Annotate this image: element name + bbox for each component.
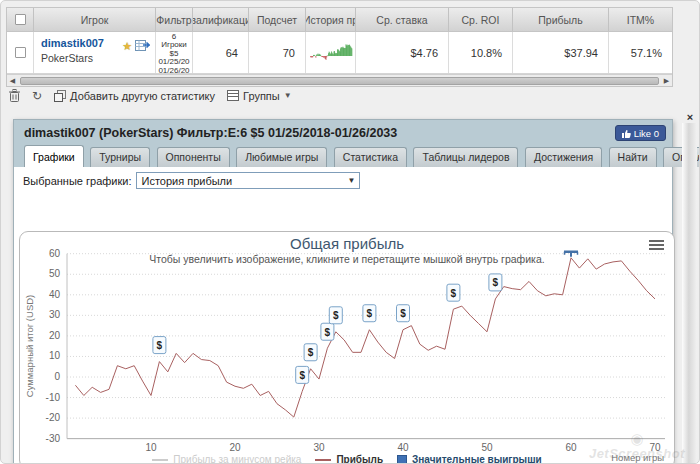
legend-label-significant-wins: Значительные выигрыши [412,454,542,464]
profit-chart[interactable]: Общая прибыль Чтобы увеличить изображени… [19,231,675,464]
thumbs-up-icon [622,129,631,138]
tab-opponents[interactable]: Оппоненты [157,147,230,167]
tab-graphs[interactable]: Графики [24,145,84,167]
chart-menu-icon[interactable] [649,238,664,252]
row-checkbox-cell [7,32,34,73]
tab-favorite-games[interactable]: Любимые игры [236,147,327,167]
scroll-left-arrow-icon[interactable]: ◀ [7,76,18,86]
svg-text:$: $ [299,370,305,381]
svg-text:-10: -10 [46,392,61,403]
app-window: Игрок Фильтр Квалификации Подсчет Истори… [0,0,700,464]
panel-title: dimastik007 (PokerStars) Фильтр:E:6 $5 0… [14,126,397,140]
player-detail-panel: dimastik007 (PokerStars) Фильтр:E:6 $5 0… [13,119,673,464]
svg-text:$: $ [400,308,406,319]
add-statistic-label: Добавить другую статистику [70,90,215,102]
tab-tournaments[interactable]: Турниры [90,147,150,167]
table-row[interactable]: dimastik007 PokerStars ★ 6Игроки$501/25/… [7,32,672,74]
tab-leaderboards[interactable]: Таблицы лидеров [413,147,518,167]
legend-item-significant-wins[interactable]: Значительные выигрыши [397,454,542,464]
add-statistic-button[interactable]: Добавить другую статистику [54,90,215,102]
legend-dash-icon [152,459,168,461]
profit-sparkline [309,42,353,64]
row-checkbox[interactable] [15,47,26,58]
trash-icon [9,89,20,102]
column-header-qualifications[interactable]: Квалификации [193,8,249,31]
svg-text:$: $ [451,288,457,299]
add-statistic-icon [54,90,66,102]
count-cell: 70 [249,32,306,73]
svg-text:30: 30 [313,442,325,453]
legend-label-profit: Прибыль [336,454,383,464]
swirl-icon: ◉ [589,432,685,446]
table-horizontal-scrollbar[interactable]: ◀ ▶ [7,74,672,86]
table-toolbar: ↻ Добавить другую статистику Группы ▼ [9,89,292,102]
avg-stake-cell: $4.76 [356,32,449,73]
player-site-label: PokerStars [41,52,151,64]
close-panel-button[interactable]: × [683,111,697,123]
refresh-button[interactable]: ↻ [32,90,42,102]
tab-statistics[interactable]: Статистика [334,147,407,167]
svg-text:60: 60 [565,442,577,453]
graph-select[interactable]: История прибыли ▼ [136,172,360,189]
svg-text:30: 30 [49,309,61,320]
svg-text:40: 40 [49,289,61,300]
graph-select-value: История прибыли [141,175,232,187]
svg-text:40: 40 [397,442,409,453]
chart-title: Общая прибыль [20,235,674,252]
qualifications-cell: 64 [193,32,249,73]
legend-item-rake-adjusted[interactable]: Прибыль за минусом рейка [152,454,301,464]
column-header-history[interactable]: История пр [306,8,356,31]
groups-button[interactable]: Группы ▼ [227,90,292,102]
svg-text:10: 10 [145,442,157,453]
svg-text:20: 20 [49,330,61,341]
tab-find[interactable]: Найти [609,147,657,167]
column-header-filter[interactable]: Фильтр [156,8,193,31]
legend-item-profit[interactable]: Прибыль [315,454,383,464]
svg-text:$: $ [325,327,331,338]
watermark-text: JetScreenshot [589,446,685,461]
scroll-right-arrow-icon[interactable]: ▶ [661,76,672,86]
column-header-itm[interactable]: ITM% [609,8,672,31]
legend-label-rake-adjusted: Прибыль за минусом рейка [173,454,301,464]
history-sparkline-cell[interactable] [306,32,356,73]
favorite-star-icon[interactable]: ★ [122,41,132,51]
svg-text:20: 20 [229,442,241,453]
facebook-like-button[interactable]: Like 0 [615,125,666,141]
svg-text:$: $ [308,347,314,358]
panel-content: Выбранные графики: История прибыли ▼ Общ… [14,167,672,464]
legend-dash-icon [315,459,331,461]
column-header-count[interactable]: Подсчет [249,8,306,31]
select-all-cell [7,8,34,31]
legend-square-icon [397,455,407,464]
chart-plot-area: 6050403020100-10-20-3010203040506070Сумм… [20,232,674,464]
avg-roi-cell: 10.8% [449,32,513,73]
like-label: Like 0 [634,128,659,139]
select-all-checkbox[interactable] [15,14,26,25]
filter-cell: 6Игроки$501/25/2001/26/20 [156,32,193,73]
svg-text:-30: -30 [46,433,61,444]
window-edge-scroll-strip[interactable] [682,123,697,464]
tab-achievements[interactable]: Достижения [525,147,602,167]
delete-button[interactable] [9,89,20,102]
groups-label: Группы [243,90,280,102]
svg-text:$: $ [157,340,163,351]
refresh-icon: ↻ [32,90,42,102]
column-header-profit[interactable]: Прибыль [513,8,609,31]
chevron-down-icon: ▼ [284,91,292,100]
select-arrow-icon: ▼ [348,176,356,185]
svg-text:0: 0 [54,371,60,382]
svg-text:50: 50 [49,268,61,279]
svg-text:$: $ [367,308,373,319]
watermark-logo: ◉ JetScreenshot [589,432,685,461]
column-header-avg-roi[interactable]: Ср. ROI [449,8,513,31]
itm-cell: 57.1% [609,32,672,73]
chart-legend: Прибыль за минусом рейка Прибыль Значите… [20,454,674,464]
column-header-player[interactable]: Игрок [34,8,156,31]
svg-text:$: $ [493,277,499,288]
table-view-icon[interactable] [135,39,150,52]
svg-text:50: 50 [481,442,493,453]
scrollbar-thumb[interactable] [20,77,659,85]
panel-tabs: Графики Турниры Оппоненты Любимые игры С… [14,145,672,167]
svg-text:Суммарный итог (USD): Суммарный итог (USD) [24,295,35,397]
column-header-avg-stake[interactable]: Ср. ставка [356,8,449,31]
